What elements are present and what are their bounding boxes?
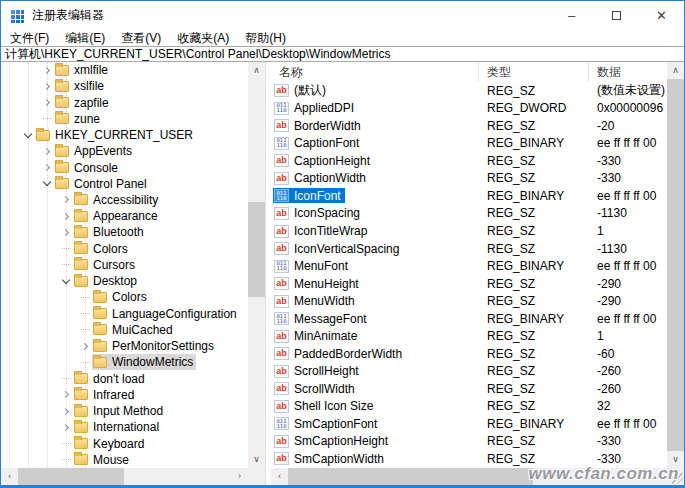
value-name-cell[interactable]: SmCaptionFont xyxy=(271,415,479,433)
chevron-icon[interactable] xyxy=(40,159,54,175)
tree-item-muicached[interactable]: MuiCached xyxy=(1,322,248,338)
tree-item-body[interactable]: Keyboard xyxy=(73,435,147,451)
registry-value-row-messagefont[interactable]: MessageFont REG_BINARY ee ff ff ff 00 xyxy=(271,310,667,328)
value-name-wrap[interactable]: IconSpacing xyxy=(273,206,364,221)
chevron-icon[interactable] xyxy=(40,111,54,127)
tree-item-accessibility[interactable]: Accessibility xyxy=(1,192,248,208)
registry-value-row[interactable]: (默认) REG_SZ (数值未设置) xyxy=(271,82,667,100)
tree-item-body[interactable]: zune xyxy=(54,111,103,127)
value-name-cell[interactable]: SmCaptionHeight xyxy=(271,433,479,451)
tree-item-body[interactable]: zapfile xyxy=(54,94,112,110)
menu-item-h[interactable]: 帮助(H) xyxy=(237,30,294,47)
chevron-icon[interactable] xyxy=(40,176,54,192)
list-vscroll-thumb[interactable] xyxy=(667,79,684,451)
value-name-wrap[interactable]: CaptionHeight xyxy=(273,153,374,168)
registry-value-row-shell-icon-size[interactable]: Shell Icon Size REG_SZ 32 xyxy=(271,398,667,416)
value-name-cell[interactable]: (默认) xyxy=(271,82,479,100)
registry-value-row-scrollwidth[interactable]: ScrollWidth REG_SZ -260 xyxy=(271,380,667,398)
scroll-up-icon[interactable]: ∧ xyxy=(248,62,265,79)
close-button[interactable]: ✕ xyxy=(639,1,684,30)
value-name-cell[interactable]: IconFont xyxy=(271,187,479,205)
chevron-icon[interactable] xyxy=(59,224,73,240)
chevron-icon[interactable] xyxy=(59,403,73,419)
tree-item-body[interactable]: Infrared xyxy=(73,387,137,403)
scroll-down-icon[interactable]: ∨ xyxy=(667,451,684,468)
tree-item-body[interactable]: Bluetooth xyxy=(73,224,147,240)
tree-item-desktop[interactable]: Desktop xyxy=(1,273,248,289)
scroll-up-icon[interactable]: ∧ xyxy=(667,62,684,79)
column-header[interactable]: 数据 xyxy=(589,62,667,82)
tree-item-appevents[interactable]: AppEvents xyxy=(1,143,248,159)
chevron-icon[interactable] xyxy=(59,241,73,257)
registry-value-row-applieddpi[interactable]: AppliedDPI REG_DWORD 0x00000096 xyxy=(271,100,667,118)
tree-item-mouse[interactable]: Mouse xyxy=(1,452,248,468)
tree-item-body[interactable]: Accessibility xyxy=(73,192,161,208)
tree-item-bluetooth[interactable]: Bluetooth xyxy=(1,224,248,240)
registry-value-row-captionwidth[interactable]: CaptionWidth REG_SZ -330 xyxy=(271,170,667,188)
value-name-wrap[interactable]: IconVerticalSpacing xyxy=(273,241,403,256)
tree-item-body[interactable]: MuiCached xyxy=(92,322,176,338)
menu-item-v[interactable]: 查看(V) xyxy=(113,30,169,47)
registry-value-row-icontitlewrap[interactable]: IconTitleWrap REG_SZ 1 xyxy=(271,222,667,240)
menu-item-f[interactable]: 文件(F) xyxy=(2,30,57,47)
value-name-wrap[interactable]: Shell Icon Size xyxy=(273,399,377,414)
value-name-wrap[interactable]: MenuWidth xyxy=(273,294,359,309)
tree-item-body[interactable]: International xyxy=(73,419,162,435)
registry-value-row-smcaptionwidth[interactable]: SmCaptionWidth REG_SZ -330 xyxy=(271,450,667,468)
tree-item-body[interactable]: AppEvents xyxy=(54,143,135,159)
value-name-cell[interactable]: IconVerticalSpacing xyxy=(271,240,479,258)
value-name-cell[interactable]: IconTitleWrap xyxy=(271,222,479,240)
tree-item-body[interactable]: xmlfile xyxy=(54,62,111,78)
scroll-left-icon[interactable]: ‹ xyxy=(271,468,288,485)
value-name-wrap[interactable]: IconTitleWrap xyxy=(273,224,371,239)
value-name-cell[interactable]: CaptionFont xyxy=(271,135,479,153)
tree-item-hkey-current-user[interactable]: HKEY_CURRENT_USER xyxy=(1,127,248,143)
registry-value-row-minanimate[interactable]: MinAnimate REG_SZ 1 xyxy=(271,327,667,345)
chevron-icon[interactable] xyxy=(59,370,73,386)
tree-item-input-method[interactable]: Input Method xyxy=(1,403,248,419)
chevron-icon[interactable] xyxy=(21,127,35,143)
registry-value-row-menuheight[interactable]: MenuHeight REG_SZ -290 xyxy=(271,275,667,293)
tree-vertical-scrollbar[interactable]: ∧ ∨ xyxy=(248,62,265,468)
value-name-cell[interactable]: MenuHeight xyxy=(271,275,479,293)
value-name-cell[interactable]: ScrollHeight xyxy=(271,363,479,381)
menu-item-a[interactable]: 收藏夹(A) xyxy=(169,30,237,47)
list-hscroll-thumb[interactable] xyxy=(288,468,533,485)
tree-item-body[interactable]: Colors xyxy=(92,289,150,305)
tree-item-body[interactable]: Control Panel xyxy=(54,176,150,192)
menu-item-e[interactable]: 编辑(E) xyxy=(57,30,113,47)
registry-value-row-iconfont[interactable]: IconFont REG_BINARY ee ff ff ff 00 xyxy=(271,187,667,205)
tree-item-body[interactable]: Cursors xyxy=(73,257,138,273)
resize-grip-icon[interactable] xyxy=(672,473,683,484)
value-name-wrap[interactable]: SmCaptionFont xyxy=(273,416,381,431)
chevron-icon[interactable] xyxy=(59,257,73,273)
value-name-wrap[interactable]: ScrollHeight xyxy=(273,364,363,379)
tree-item-languageconfiguration[interactable]: LanguageConfiguration xyxy=(1,306,248,322)
value-name-wrap[interactable]: MenuFont xyxy=(273,259,352,274)
value-name-wrap[interactable]: MinAnimate xyxy=(273,329,361,344)
tree-vscroll-thumb[interactable] xyxy=(248,202,265,297)
chevron-icon[interactable] xyxy=(78,338,92,354)
value-name-wrap[interactable]: SmCaptionWidth xyxy=(273,451,388,466)
value-name-cell[interactable]: MinAnimate xyxy=(271,327,479,345)
list-horizontal-scrollbar[interactable]: ‹ › xyxy=(271,468,667,485)
value-name-wrap[interactable]: ScrollWidth xyxy=(273,381,359,396)
tree-item-console[interactable]: Console xyxy=(1,159,248,175)
chevron-icon[interactable] xyxy=(40,94,54,110)
value-name-wrap[interactable]: CaptionWidth xyxy=(273,171,370,186)
tree-item-keyboard[interactable]: Keyboard xyxy=(1,435,248,451)
scroll-left-icon[interactable]: ‹ xyxy=(1,468,18,485)
registry-value-row-smcaptionheight[interactable]: SmCaptionHeight REG_SZ -330 xyxy=(271,433,667,451)
value-name-cell[interactable]: ScrollWidth xyxy=(271,380,479,398)
chevron-icon[interactable] xyxy=(40,143,54,159)
value-name-cell[interactable]: IconSpacing xyxy=(271,205,479,223)
tree-horizontal-scrollbar[interactable]: ‹ › xyxy=(1,468,248,485)
chevron-icon[interactable] xyxy=(59,419,73,435)
chevron-icon[interactable] xyxy=(40,78,54,94)
tree-item-body[interactable]: WindowMetrics xyxy=(92,354,196,370)
value-name-wrap[interactable]: MenuHeight xyxy=(273,276,363,291)
tree-item-body[interactable]: LanguageConfiguration xyxy=(92,306,240,322)
maximize-button[interactable] xyxy=(594,1,639,30)
tree-item-colors[interactable]: Colors xyxy=(1,241,248,257)
value-name-cell[interactable]: MessageFont xyxy=(271,310,479,328)
